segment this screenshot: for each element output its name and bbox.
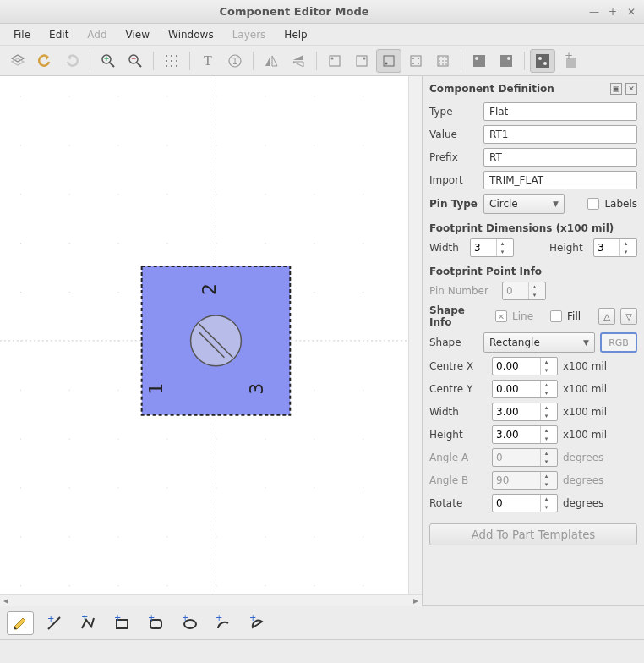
svg-point-16: [166, 65, 167, 67]
labels-checkbox[interactable]: [587, 198, 599, 210]
menu-edit[interactable]: Edit: [41, 25, 77, 44]
svg-point-37: [439, 57, 440, 58]
svg-point-47: [475, 57, 478, 60]
svg-text:+: +: [47, 615, 54, 623]
svg-point-12: [176, 55, 177, 57]
svg-point-34: [412, 63, 414, 64]
svg-text:+: +: [104, 55, 110, 63]
mode-component-icon[interactable]: [530, 49, 555, 73]
svg-point-14: [171, 60, 172, 62]
redo-icon[interactable]: [59, 49, 85, 73]
svg-rect-25: [330, 56, 340, 66]
fill-checkbox[interactable]: [550, 310, 562, 322]
import-input[interactable]: [483, 171, 637, 189]
flip-v-icon[interactable]: [286, 49, 311, 73]
layers-icon[interactable]: [5, 49, 30, 73]
fp-width-spin[interactable]: ▴▾: [470, 238, 514, 257]
snap-3-icon[interactable]: [376, 49, 401, 73]
pin-1-label: 1: [145, 383, 166, 395]
svg-text:+: +: [249, 615, 256, 622]
sh-label: Height: [429, 429, 487, 441]
pintype-select[interactable]: Circle▼: [483, 194, 565, 214]
tool-roundrect-icon[interactable]: +: [142, 611, 169, 635]
scrollbar-horizontal[interactable]: ◂ ▸: [0, 594, 422, 606]
cx-spin[interactable]: ▴▾: [492, 357, 558, 375]
sw-label: Width: [429, 406, 487, 418]
tool-pie-icon[interactable]: +: [243, 611, 270, 635]
svg-marker-21: [265, 56, 270, 66]
menu-windows[interactable]: Windows: [160, 25, 222, 44]
import-label: Import: [429, 174, 478, 186]
align-1-icon[interactable]: [467, 49, 492, 73]
type-input[interactable]: [483, 102, 637, 121]
snap-grid-2-icon[interactable]: [430, 49, 456, 73]
fp-height-label: Height: [549, 242, 588, 254]
svg-point-32: [412, 58, 414, 59]
grid-icon[interactable]: [159, 49, 184, 73]
menu-file[interactable]: File: [5, 25, 39, 44]
scrollbar-vertical[interactable]: [408, 76, 422, 594]
sw-spin[interactable]: ▴▾: [492, 403, 558, 421]
line-checkbox[interactable]: ✕: [495, 310, 507, 322]
svg-point-52: [543, 62, 547, 65]
snap-2-icon[interactable]: [349, 49, 374, 73]
fill-label: Fill: [567, 310, 581, 322]
tool-rect-icon[interactable]: +: [108, 611, 135, 635]
tool-line-icon[interactable]: +: [41, 611, 68, 635]
menu-view[interactable]: View: [117, 25, 158, 44]
pin-3-label: 3: [246, 383, 267, 395]
dims-title: Footprint Dimensions (x100 mil): [429, 222, 637, 234]
svg-point-15: [176, 60, 177, 62]
svg-point-13: [166, 60, 167, 62]
text-icon[interactable]: T: [195, 49, 221, 73]
cx-label: Centre X: [429, 360, 487, 372]
canvas[interactable]: 1 2 3: [0, 76, 408, 594]
tool-pencil-icon[interactable]: [7, 611, 34, 635]
panel-close-icon[interactable]: ✕: [625, 83, 637, 95]
ab-label: Angle B: [429, 474, 487, 486]
value-label: Value: [429, 129, 478, 140]
align-2-icon[interactable]: [494, 49, 519, 73]
tool-polyline-icon[interactable]: +: [74, 611, 101, 635]
snap-grid-1-icon[interactable]: [403, 49, 428, 73]
value-input[interactable]: [483, 125, 637, 144]
maximize-button[interactable]: +: [607, 6, 619, 18]
rot-unit: degrees: [563, 497, 603, 509]
snap-1-icon[interactable]: [322, 49, 347, 73]
pinnum-spin: ▴▾: [502, 282, 546, 300]
undo-icon[interactable]: [32, 49, 57, 73]
fp-height-spin[interactable]: ▴▾: [593, 238, 637, 257]
menu-help[interactable]: Help: [276, 25, 315, 44]
mode-add-icon[interactable]: +: [557, 49, 582, 73]
tool-ellipse-icon[interactable]: +: [176, 611, 203, 635]
shape-select[interactable]: Rectangle▼: [483, 332, 595, 353]
shape-label: Shape: [429, 337, 478, 348]
svg-point-43: [439, 63, 440, 65]
zoom-in-icon[interactable]: +: [96, 49, 121, 73]
svg-rect-46: [473, 55, 485, 67]
minimize-button[interactable]: —: [588, 6, 600, 18]
aa-unit: degrees: [563, 452, 603, 463]
svg-point-38: [442, 57, 444, 58]
close-button[interactable]: ✕: [625, 6, 637, 18]
svg-marker-22: [272, 56, 277, 66]
menu-layers: Layers: [224, 25, 275, 44]
toolbar: + − T 1 +: [0, 46, 644, 76]
panel-detach-icon[interactable]: ▣: [610, 83, 622, 95]
zoom-out-icon[interactable]: −: [123, 49, 148, 73]
flip-h-icon[interactable]: [259, 49, 284, 73]
svg-point-42: [445, 60, 447, 62]
prefix-input[interactable]: [483, 148, 637, 167]
cy-spin[interactable]: ▴▾: [492, 380, 558, 398]
sh-spin[interactable]: ▴▾: [492, 425, 558, 444]
triangle-up-button[interactable]: △: [598, 308, 615, 325]
tool-arc-icon[interactable]: +: [210, 611, 237, 635]
rot-spin[interactable]: ▴▾: [492, 494, 558, 512]
panel-header: Component Definition ▣ ✕: [429, 79, 637, 98]
rgb-button[interactable]: RGB: [600, 332, 637, 353]
number-icon[interactable]: 1: [222, 49, 248, 73]
triangle-down-button[interactable]: ▽: [620, 308, 637, 325]
type-label: Type: [429, 106, 478, 118]
add-templates-button[interactable]: Add To Part Templates: [429, 523, 637, 545]
statusbar: [0, 639, 644, 663]
